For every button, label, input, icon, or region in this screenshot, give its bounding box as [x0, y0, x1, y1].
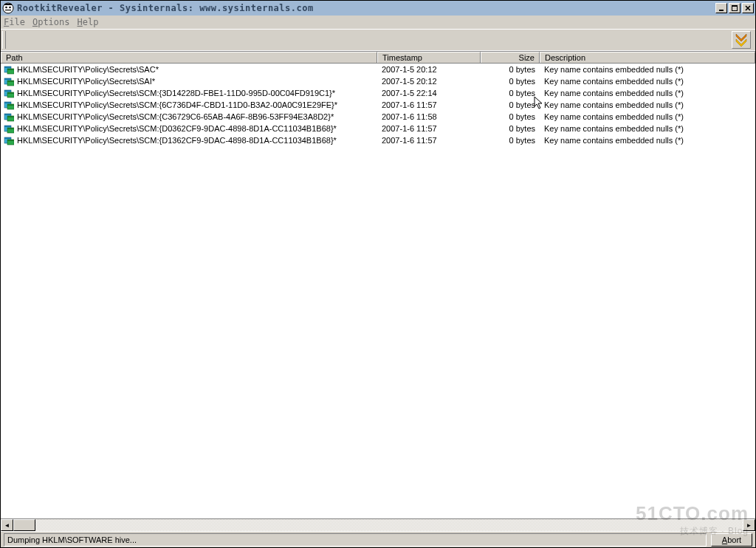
- svg-marker-10: [736, 34, 746, 41]
- menu-file[interactable]: File: [4, 17, 25, 27]
- cell-path: HKLM\SECURITY\Policy\Secrets\SCM:{3D1422…: [1, 88, 377, 98]
- cell-size: 0 bytes: [481, 136, 540, 145]
- table-row[interactable]: HKLM\SECURITY\Policy\Secrets\SCM:{C36729…: [1, 111, 755, 123]
- table-row[interactable]: HKLM\SECURITY\Policy\Secrets\SCM:{D0362C…: [1, 123, 755, 134]
- app-icon: [2, 2, 14, 14]
- table-row[interactable]: HKLM\SECURITY\Policy\Secrets\SCM:{D1362C…: [1, 134, 755, 146]
- toolbar: [1, 29, 755, 51]
- cell-description: Key name contains embedded nulls (*): [540, 136, 755, 145]
- abort-button[interactable]: Abort: [711, 533, 752, 547]
- svg-rect-3: [5, 10, 11, 10]
- registry-key-icon: [4, 76, 14, 86]
- registry-key-icon: [4, 112, 14, 122]
- cell-timestamp: 2007-1-6 11:57: [377, 124, 481, 133]
- cell-timestamp: 2007-1-6 11:58: [377, 112, 481, 121]
- cell-description: Key name contains embedded nulls (*): [540, 65, 755, 74]
- status-text: Dumping HKLM\SOFTWARE hive...: [4, 533, 707, 547]
- svg-rect-17: [4, 78, 11, 80]
- app-window: RootkitRevealer - Sysinternals: www.sysi…: [0, 0, 756, 548]
- cell-description: Key name contains embedded nulls (*): [540, 124, 755, 133]
- registry-key-icon: [4, 123, 14, 134]
- registry-key-icon: [4, 100, 14, 110]
- table-row[interactable]: HKLM\SECURITY\Policy\Secrets\SCM:{3D1422…: [1, 87, 755, 99]
- col-header-size[interactable]: Size: [481, 52, 540, 63]
- cell-path: HKLM\SECURITY\Policy\Secrets\SCM:{D0362C…: [1, 123, 377, 134]
- cell-path-text: HKLM\SECURITY\Policy\Secrets\SCM:{D0362C…: [17, 124, 337, 133]
- menu-options[interactable]: Options: [32, 17, 70, 27]
- col-header-description[interactable]: Description: [540, 52, 755, 63]
- svg-rect-39: [7, 140, 14, 141]
- cell-size: 0 bytes: [481, 100, 540, 109]
- menu-help[interactable]: Help: [78, 17, 99, 27]
- cell-size: 0 bytes: [481, 65, 540, 74]
- cell-path-text: HKLM\SECURITY\Policy\Secrets\SCM:{6C736D…: [17, 100, 337, 109]
- results-list: Path Timestamp Size Description HKLM\SEC…: [1, 51, 755, 531]
- svg-rect-27: [7, 104, 14, 106]
- cell-timestamp: 2007-1-5 22:14: [377, 89, 481, 97]
- scan-chevron-icon: [734, 32, 749, 47]
- svg-rect-21: [4, 90, 11, 92]
- svg-rect-35: [7, 128, 14, 129]
- col-header-path[interactable]: Path: [1, 52, 377, 63]
- status-bar: Dumping HKLM\SOFTWARE hive... Abort: [1, 531, 755, 547]
- cell-path: HKLM\SECURITY\Policy\Secrets\SAC*: [1, 64, 377, 75]
- cell-timestamp: 2007-1-6 11:57: [377, 136, 481, 145]
- horizontal-scrollbar[interactable]: ◄ ►: [1, 518, 755, 531]
- scroll-thumb[interactable]: [13, 519, 35, 531]
- cell-size: 0 bytes: [481, 77, 540, 86]
- cell-description: Key name contains embedded nulls (*): [540, 100, 755, 109]
- cell-timestamp: 2007-1-5 20:12: [377, 77, 481, 86]
- svg-point-1: [5, 7, 7, 9]
- cell-path-text: HKLM\SECURITY\Policy\Secrets\SCM:{3D1422…: [17, 89, 335, 97]
- results-body[interactable]: HKLM\SECURITY\Policy\Secrets\SAC*2007-1-…: [1, 64, 755, 518]
- svg-point-2: [9, 7, 11, 9]
- cell-description: Key name contains embedded nulls (*): [540, 89, 755, 97]
- svg-rect-37: [4, 137, 11, 139]
- cell-path-text: HKLM\SECURITY\Policy\Secrets\SCM:{C36729…: [17, 112, 334, 121]
- title-bar[interactable]: RootkitRevealer - Sysinternals: www.sysi…: [1, 1, 755, 16]
- table-row[interactable]: HKLM\SECURITY\Policy\Secrets\SCM:{6C736D…: [1, 99, 755, 111]
- menu-bar: File Options Help: [1, 16, 755, 29]
- registry-key-icon: [4, 135, 14, 145]
- col-header-timestamp[interactable]: Timestamp: [377, 52, 481, 63]
- svg-rect-25: [4, 102, 11, 103]
- svg-rect-5: [719, 10, 724, 11]
- cell-path: HKLM\SECURITY\Policy\Secrets\SAI*: [1, 76, 377, 86]
- svg-rect-4: [4, 4, 12, 5]
- svg-rect-7: [732, 5, 738, 7]
- svg-rect-13: [4, 66, 11, 68]
- scan-button[interactable]: [732, 31, 751, 49]
- svg-rect-29: [4, 114, 11, 115]
- cell-path-text: HKLM\SECURITY\Policy\Secrets\SAI*: [17, 77, 155, 86]
- cell-size: 0 bytes: [481, 112, 540, 121]
- cell-path: HKLM\SECURITY\Policy\Secrets\SCM:{C36729…: [1, 112, 377, 122]
- window-title: RootkitRevealer - Sysinternals: www.sysi…: [17, 3, 715, 13]
- cell-path-text: HKLM\SECURITY\Policy\Secrets\SCM:{D1362C…: [17, 136, 337, 145]
- svg-rect-23: [7, 92, 14, 94]
- cell-path: HKLM\SECURITY\Policy\Secrets\SCM:{D1362C…: [1, 135, 377, 145]
- cell-description: Key name contains embedded nulls (*): [540, 77, 755, 86]
- registry-key-icon: [4, 64, 14, 75]
- scroll-left-button[interactable]: ◄: [1, 519, 13, 531]
- svg-rect-19: [7, 81, 14, 82]
- cell-timestamp: 2007-1-5 20:12: [377, 65, 481, 74]
- scroll-track[interactable]: [13, 519, 743, 531]
- cell-timestamp: 2007-1-6 11:57: [377, 100, 481, 109]
- svg-rect-31: [7, 116, 14, 117]
- cell-path: HKLM\SECURITY\Policy\Secrets\SCM:{6C736D…: [1, 100, 377, 110]
- close-button[interactable]: [742, 3, 754, 13]
- svg-rect-15: [7, 69, 14, 70]
- maximize-button[interactable]: [729, 3, 740, 13]
- minimize-button[interactable]: [715, 3, 727, 13]
- registry-key-icon: [4, 88, 14, 98]
- column-headers: Path Timestamp Size Description: [1, 51, 755, 64]
- table-row[interactable]: HKLM\SECURITY\Policy\Secrets\SAI*2007-1-…: [1, 75, 755, 87]
- scroll-right-button[interactable]: ►: [743, 519, 755, 531]
- cell-description: Key name contains embedded nulls (*): [540, 112, 755, 121]
- cell-size: 0 bytes: [481, 124, 540, 133]
- cell-size: 0 bytes: [481, 89, 540, 97]
- cell-path-text: HKLM\SECURITY\Policy\Secrets\SAC*: [17, 65, 159, 74]
- svg-rect-33: [4, 126, 11, 127]
- table-row[interactable]: HKLM\SECURITY\Policy\Secrets\SAC*2007-1-…: [1, 64, 755, 75]
